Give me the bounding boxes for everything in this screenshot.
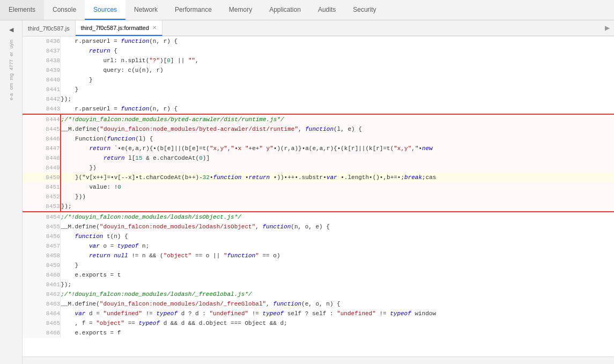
table-row: 8440 } (23, 75, 614, 85)
code-line: }); (61, 280, 614, 289)
file-tabs-bar: third_7f0c587.js third_7f0c587.js:format… (23, 20, 614, 36)
code-line: ;/*!douyin_falcon:node_modules/lodash/_f… (61, 289, 614, 299)
code-line: var d = "undefined" != typeof d ? d : "u… (61, 309, 614, 318)
code-line: } (61, 261, 614, 270)
code-line: e.exports = t (61, 270, 614, 280)
tab-security[interactable]: Security (344, 0, 384, 20)
code-line: } (61, 85, 614, 94)
table-row: 8465 , f = "object" == typeof d && d && … (23, 318, 614, 328)
code-area[interactable]: 8436 r.parseUrl = function(n, r) {8437 r… (23, 36, 614, 356)
line-number: 8442 (23, 94, 61, 104)
tab-application[interactable]: Application (261, 0, 309, 20)
line-number: 8458 (23, 251, 61, 261)
code-line: } (61, 75, 614, 85)
sidebar-toggle-icon[interactable]: ◀ (4, 24, 19, 35)
line-number: 8447 (23, 144, 61, 153)
line-number: 8460 (23, 270, 61, 280)
table-row: 8442}); (23, 94, 614, 104)
table-row: 8447 return `•e(e,a,r){•(b[e]||(b[e]=t("… (23, 144, 614, 153)
code-line: return `•e(e,a,r){•(b[e]||(b[e]=t("x,y",… (61, 144, 614, 153)
line-number: 8437 (23, 46, 61, 56)
code-line: , f = "object" == typeof d && d && d.Obj… (61, 318, 614, 328)
line-number: 8461 (23, 280, 61, 289)
file-tab-formatted-label: third_7f0c587.js:formatted (81, 25, 149, 31)
tab-memory[interactable]: Memory (220, 0, 261, 20)
sidebar-left-label3: 4777 (9, 60, 14, 70)
table-row: 8464 var d = "undefined" != typeof d ? d… (23, 309, 614, 318)
code-line: function t(n) { (61, 232, 614, 241)
tab-sources[interactable]: Sources (85, 0, 125, 20)
line-number: 8438 (23, 56, 61, 65)
sidebar-left-label2: er (9, 52, 14, 56)
file-tab-original[interactable]: third_7f0c587.js (23, 20, 76, 36)
code-line: return l[15 & e.charCodeAt(0)] (61, 153, 614, 163)
devtools-nav: Elements Console Sources Network Perform… (0, 0, 614, 20)
table-row: 8456 function t(n) { (23, 232, 614, 241)
code-line: e.exports = f (61, 328, 614, 338)
table-row: 8438 url: n.split("?")[0] || "", (23, 56, 614, 65)
line-number: 8436 (23, 36, 61, 46)
table-row: 8455__M.define("douyin_falcon:node_modul… (23, 222, 614, 232)
line-number: 8457 (23, 241, 61, 251)
line-number: 8450 (23, 173, 61, 182)
file-tab-formatted[interactable]: third_7f0c587.js:formatted ✕ (76, 20, 162, 36)
left-panel: ◀ uyin er 4777 mg om e-a (0, 20, 23, 364)
code-line: return { (61, 46, 614, 56)
code-line: __M.define("douyin_falcon:node_modules/l… (61, 299, 614, 309)
tab-elements[interactable]: Elements (0, 0, 44, 20)
table-row: 8439 query: c(u(n), r) (23, 65, 614, 75)
line-number: 8456 (23, 232, 61, 241)
tab-network[interactable]: Network (125, 0, 166, 20)
table-row: 8449 }) (23, 163, 614, 173)
table-row: 8436 r.parseUrl = function(n, r) { (23, 36, 614, 46)
sidebar-left-label5: om (9, 83, 14, 90)
line-number: 8440 (23, 75, 61, 85)
line-number: 8451 (23, 182, 61, 192)
line-number: 8452 (23, 192, 61, 202)
table-row: 8461}); (23, 280, 614, 289)
code-line: r.parseUrl = function(n, r) { (61, 36, 614, 46)
code-line: r.parseUrl = function(n, r) { (61, 104, 614, 114)
table-row: 8454;/*!douyin_falcon:node_modules/lodas… (23, 212, 614, 222)
table-row: 8466 e.exports = f (23, 328, 614, 338)
code-line: }); (61, 202, 614, 212)
table-row: 8441 } (23, 85, 614, 94)
tab-console[interactable]: Console (44, 0, 85, 20)
table-row: 8460 e.exports = t (23, 270, 614, 280)
table-row: 8458 return null != n && ("object" == o … (23, 251, 614, 261)
table-row: 8448 return l[15 & e.charCodeAt(0)] (23, 153, 614, 163)
table-row: 8453}); (23, 202, 614, 212)
close-tab-icon[interactable]: ✕ (152, 25, 157, 31)
code-line: Function(function(l) { (61, 134, 614, 144)
table-row: 8450 }("v[x++]=•v[--x]•t.charCodeAt(b++)… (23, 173, 614, 182)
table-row: 8459 } (23, 261, 614, 270)
line-number: 8462 (23, 289, 61, 299)
bottom-bar (23, 356, 614, 364)
table-row: 8437 return { (23, 46, 614, 56)
table-row: 8463__M.define("douyin_falcon:node_modul… (23, 299, 614, 309)
line-number: 8445 (23, 124, 61, 134)
tab-audits[interactable]: Audits (309, 0, 344, 20)
file-tab-original-label: third_7f0c587.js (28, 25, 70, 32)
line-number: 8463 (23, 299, 61, 309)
code-line: })) (61, 192, 614, 202)
table-row: 8444;/*!douyin_falcon:node_modules/byted… (23, 114, 614, 124)
sidebar-left-label4: mg (9, 73, 14, 80)
line-number: 8446 (23, 134, 61, 144)
code-line: }); (61, 94, 614, 104)
line-number: 8441 (23, 85, 61, 94)
line-number: 8459 (23, 261, 61, 270)
code-line: }("v[x++]=•v[--x]•t.charCodeAt(b++)-32•f… (61, 173, 614, 182)
table-row: 8445__M.define("douyin_falcon:node_modul… (23, 124, 614, 134)
table-row: 8457 var o = typeof n; (23, 241, 614, 251)
tab-performance[interactable]: Performance (166, 0, 220, 20)
main-area: ◀ uyin er 4777 mg om e-a third_7f0c587.j… (0, 20, 614, 364)
table-row: 8446 Function(function(l) { (23, 134, 614, 144)
scroll-right-icon[interactable]: ▶ (601, 20, 614, 36)
code-line: return null != n && ("object" == o || "f… (61, 251, 614, 261)
code-line: __M.define("douyin_falcon:node_modules/b… (61, 124, 614, 134)
sidebar-left-label6: e-a (9, 93, 14, 100)
line-number: 8443 (23, 104, 61, 114)
line-number: 8455 (23, 222, 61, 232)
code-line: var o = typeof n; (61, 241, 614, 251)
